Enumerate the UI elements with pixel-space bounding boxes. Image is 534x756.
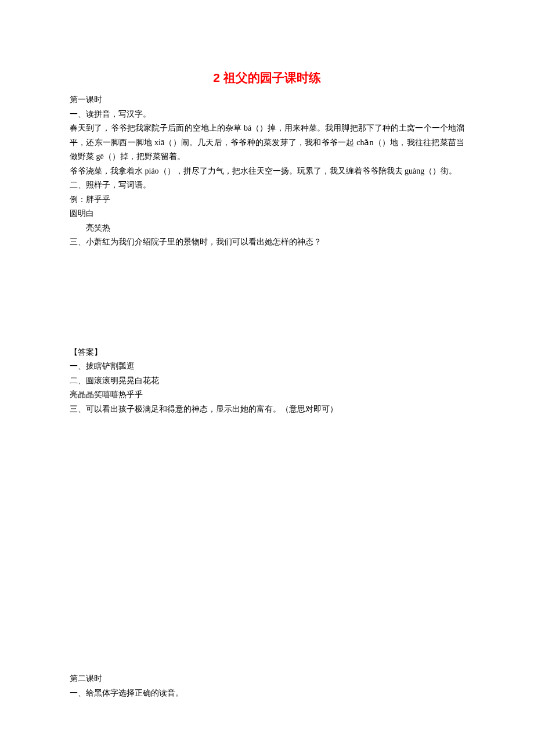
lesson2-q1-heading: 一、给黑体字选择正确的读音。 [70,686,464,701]
answer-2-line-2: 亮晶晶笑嘻嘻热乎乎 [70,388,464,402]
answer-3: 三、可以看出孩子极满足和得意的神态，显示出她的富有。（意思对即可） [70,402,464,417]
q2-line-2: 圆明白 [70,207,464,221]
q3-heading: 三、小萧红为我们介绍院子里的景物时，我们可以看出她怎样的神态？ [70,235,464,250]
answer-1: 一、拔瞎铲割瓢逛 [70,359,464,374]
q1-heading: 一、读拼音，写汉字。 [70,107,464,122]
q2-heading: 二、照样子，写词语。 [70,178,464,193]
document-title: 2 祖父的园子课时练 [70,70,464,86]
answers-heading: 【答案】 [70,345,464,360]
q1-paragraph-2: 爷爷浇菜，我拿着水 piáo（），拼尽了力气，把水往天空一扬。玩累了，我又缠着爷… [70,164,464,179]
spacer-large [70,416,464,672]
spacer [70,250,464,345]
lesson1-heading: 第一课时 [70,93,464,107]
answer-2-line-1: 二、圆滚滚明晃晃白花花 [70,374,464,388]
q1-paragraph-1: 春天到了，爷爷把我家院子后面的空地上的杂草 bá（）掉，用来种菜。我用脚把那下了… [70,121,464,164]
q2-line-1: 例：胖乎乎 [70,193,464,207]
document-page: 2 祖父的园子课时练 第一课时 一、读拼音，写汉字。 春天到了，爷爷把我家院子后… [0,0,534,735]
q2-line-3: 亮笑热 [70,221,464,236]
lesson2-heading: 第二课时 [70,672,464,686]
